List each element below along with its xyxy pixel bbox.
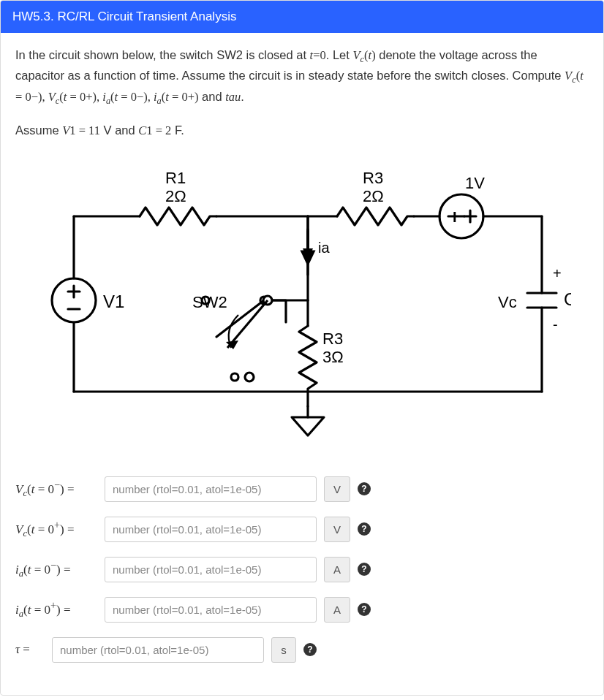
answer-label: Vc(t = 0+) = [15, 519, 97, 539]
c1-label: C1 [564, 289, 571, 309]
answer-row-ia0plus: ia(t = 0+) = A ? [15, 597, 589, 623]
ia-label: ia [318, 240, 330, 256]
problem-assumptions: Assume V1 = 11 V and C1 = 2 F. [15, 121, 589, 140]
vc0plus-input[interactable] [105, 517, 317, 542]
answer-label: Vc(t = 0−) = [15, 479, 97, 499]
question-card: HW5.3. RC/RL Circuit Transient Analysis … [0, 0, 604, 696]
text: Assume [15, 123, 62, 137]
help-icon[interactable]: ? [358, 482, 371, 495]
unit-label: s [271, 637, 296, 663]
answers-section: Vc(t = 0−) = V ? Vc(t = 0+) = V ? ia(t =… [15, 476, 589, 663]
answer-label: ia(t = 0−) = [15, 559, 97, 579]
text: V and [100, 123, 138, 137]
header-title: HW5.3. RC/RL Circuit Transient Analysis [12, 9, 236, 23]
answer-label: τ = [15, 642, 45, 657]
r3top-value: 2Ω [363, 187, 384, 205]
card-body: In the circuit shown below, the switch S… [1, 33, 603, 695]
text: . Let [326, 48, 353, 61]
unit-label: A [324, 557, 350, 582]
problem-statement: In the circuit shown below, the switch S… [15, 46, 589, 108]
text: In the circuit shown below, the switch S… [15, 48, 310, 61]
unit-label: V [324, 517, 350, 542]
answer-label: ia(t = 0+) = [15, 599, 97, 620]
cap-plus: + [553, 265, 562, 281]
answer-row-vc0plus: Vc(t = 0+) = V ? [15, 517, 589, 542]
answer-row-tau: τ = s ? [15, 637, 589, 663]
text: . [241, 90, 244, 103]
text: and [199, 90, 226, 103]
r1-label: R1 [165, 169, 186, 187]
circuit-svg: + - R1 2Ω R3 2Ω 1V ia V1 SW2 R3 3Ω Vc C1… [15, 158, 571, 450]
tau-input[interactable] [52, 637, 264, 663]
ia0plus-input[interactable] [105, 597, 317, 623]
ammeter-i: I [453, 209, 457, 225]
r3top-label: R3 [363, 169, 383, 187]
help-icon[interactable]: ? [358, 563, 371, 576]
svg-marker-17 [302, 251, 314, 264]
unit-label: V [324, 476, 350, 502]
svg-point-19 [245, 373, 254, 381]
card-header: HW5.3. RC/RL Circuit Transient Analysis [1, 1, 603, 33]
help-icon[interactable]: ? [303, 643, 317, 656]
v1-label: V1 [103, 292, 124, 311]
v2-label: 1V [465, 174, 485, 192]
cap-minus: - [553, 316, 558, 332]
vc-label: Vc [498, 293, 517, 311]
sw2-label: SW2 [192, 293, 227, 311]
svg-marker-15 [292, 417, 324, 435]
unit-label: A [324, 597, 350, 623]
answer-row-vc0minus: Vc(t = 0−) = V ? [15, 476, 589, 502]
answer-row-ia0minus: ia(t = 0−) = A ? [15, 557, 589, 582]
ia0minus-input[interactable] [105, 557, 317, 582]
help-icon[interactable]: ? [358, 603, 371, 616]
r1-value: 2Ω [165, 187, 186, 205]
svg-point-14 [231, 373, 238, 381]
help-icon[interactable]: ? [358, 522, 371, 536]
circuit-diagram: + - R1 2Ω R3 2Ω 1V ia V1 SW2 R3 3Ω Vc C1… [15, 153, 589, 468]
text: F. [171, 123, 184, 137]
r3mid-label: R3 [322, 330, 343, 348]
r3mid-value: 3Ω [322, 348, 344, 366]
vc0minus-input[interactable] [105, 476, 317, 502]
